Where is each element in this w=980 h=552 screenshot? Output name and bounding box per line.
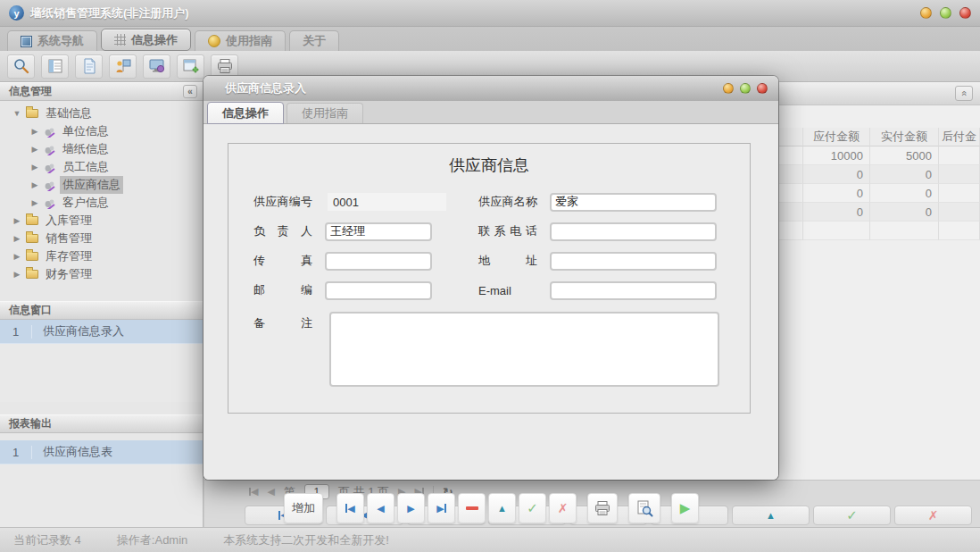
tab-info-operation[interactable]: 信息操作	[101, 29, 191, 51]
table-row[interactable]: 0 0	[778, 203, 980, 222]
app-logo-icon: y	[9, 5, 24, 21]
first-icon: ◀	[345, 503, 354, 514]
last-record-button[interactable]: ▶	[428, 493, 455, 523]
supplier-id-label: 供应商编号	[253, 194, 312, 210]
tree-item-finance-management[interactable]: ▶ 财务管理	[0, 265, 203, 283]
phone-input[interactable]	[550, 222, 717, 241]
list-item[interactable]: 1 供应商信息表	[0, 440, 203, 464]
tab-about[interactable]: 关于	[289, 30, 339, 51]
cross-icon: ✗	[928, 508, 939, 523]
page-prev-button[interactable]: ◀	[267, 486, 274, 498]
print-record-button[interactable]	[587, 493, 618, 523]
tab-system-navigation[interactable]: 系统导航	[7, 30, 97, 51]
folder-icon	[26, 270, 38, 279]
table-header-cell[interactable]: 后付金	[939, 128, 980, 146]
dialog-close-button[interactable]	[757, 83, 768, 94]
table-cell: 0	[803, 203, 870, 222]
next-icon: ▶	[407, 503, 414, 514]
close-button[interactable]	[959, 7, 971, 19]
tree-item-label: 员工信息	[60, 158, 112, 176]
form-view-button[interactable]	[41, 54, 69, 79]
add-button[interactable]: 增加	[284, 493, 323, 523]
record-save-button[interactable]: ✓	[813, 506, 891, 525]
email-input[interactable]	[550, 281, 717, 300]
zip-input[interactable]	[325, 281, 432, 300]
folder-icon	[26, 109, 38, 118]
chevron-right-icon[interactable]: ▶	[30, 198, 39, 207]
list-item[interactable]: 1 供应商信息录入	[0, 320, 203, 344]
table-cell	[939, 165, 980, 184]
supplier-name-input[interactable]	[550, 193, 717, 212]
address-input[interactable]	[550, 252, 717, 271]
tree-item-sales-management[interactable]: ▶ 销售管理	[0, 230, 203, 247]
save-record-button[interactable]: ✓	[519, 493, 546, 523]
new-window-button[interactable]	[177, 54, 204, 79]
cancel-record-button[interactable]: ✗	[549, 493, 577, 523]
minimize-button[interactable]	[920, 7, 932, 19]
panel-collapse-button[interactable]: «	[955, 86, 973, 101]
cross-icon: ✗	[558, 501, 569, 515]
chevron-right-icon[interactable]: ▶	[12, 234, 21, 243]
tab-user-guide[interactable]: 使用指南	[195, 30, 286, 51]
page-first-button[interactable]: ◀	[249, 486, 258, 498]
delete-record-button[interactable]	[458, 493, 486, 523]
table-header-cell[interactable]: 应付金额	[803, 128, 870, 146]
monitor-button[interactable]	[143, 54, 170, 79]
chevron-right-icon[interactable]: ▶	[12, 252, 21, 261]
info-window-list: 1 供应商信息录入	[0, 320, 203, 402]
prev-record-button[interactable]: ◀	[367, 493, 394, 523]
dialog-tab-info-operation[interactable]: 信息操作	[207, 102, 284, 124]
window-title: 墙纸销售管理系统(非注册用户)	[30, 5, 189, 21]
note-textarea[interactable]	[329, 312, 719, 387]
fax-input[interactable]	[325, 252, 432, 271]
minus-icon	[466, 506, 478, 510]
tree-item-employee-info[interactable]: ▶ 员工信息	[0, 158, 203, 176]
table-row[interactable]: 0 0	[778, 165, 980, 184]
record-edit-button[interactable]: ▲	[732, 506, 810, 525]
chevron-right-icon[interactable]: ▶	[30, 145, 39, 154]
operator-label: 操作者:Admin	[117, 532, 187, 548]
tree-item-base-info[interactable]: ▼ 基础信息	[0, 105, 203, 122]
manager-input[interactable]	[325, 222, 432, 241]
tree-item-inventory-management[interactable]: ▶ 库存管理	[0, 247, 203, 265]
print-button[interactable]	[211, 54, 238, 79]
tree-item-customer-info[interactable]: ▶ 客户信息	[0, 194, 203, 212]
dialog-maximize-button[interactable]	[740, 83, 751, 94]
document-button[interactable]	[75, 54, 103, 79]
print-preview-button[interactable]	[628, 493, 660, 523]
chevron-down-icon[interactable]: ▼	[12, 109, 21, 118]
edit-record-button[interactable]: ▲	[488, 493, 516, 523]
chevron-right-icon[interactable]: ▶	[30, 180, 39, 189]
triangle-up-icon: ▲	[497, 503, 507, 514]
employee-button[interactable]	[109, 54, 137, 79]
sidebar-section-title: 信息窗口	[9, 303, 52, 318]
table-header-cell[interactable]: 实付金额	[870, 128, 939, 146]
tool-icon	[44, 197, 55, 209]
sidebar-collapse-button[interactable]: «	[183, 85, 197, 98]
next-record-button[interactable]: ▶	[397, 493, 425, 523]
tree-item-wallpaper-info[interactable]: ▶ 墙纸信息	[0, 140, 203, 158]
document-icon	[80, 57, 98, 75]
add-button-label: 增加	[292, 500, 315, 516]
dialog-minimize-button[interactable]	[723, 83, 734, 94]
dialog-tab-user-guide[interactable]: 使用指南	[287, 103, 363, 123]
maximize-button[interactable]	[940, 7, 951, 19]
chevron-right-icon[interactable]: ▶	[12, 270, 21, 279]
first-record-button[interactable]: ◀	[336, 493, 364, 523]
search-button[interactable]	[7, 54, 35, 79]
table-row[interactable]: 0 0	[778, 184, 980, 203]
chevron-right-icon[interactable]: ▶	[30, 127, 39, 136]
table-cell	[939, 184, 980, 203]
record-cancel-button[interactable]: ✗	[894, 506, 972, 525]
tree-item-supplier-info[interactable]: ▶ 供应商信息	[0, 176, 203, 194]
list-item-number: 1	[0, 446, 32, 459]
new-window-icon	[182, 57, 200, 75]
table-row[interactable]: 10000 5000	[778, 146, 980, 165]
tree-item-inbound-management[interactable]: ▶ 入库管理	[0, 212, 203, 230]
chevron-right-icon[interactable]: ▶	[30, 163, 39, 171]
sphere-icon	[208, 35, 220, 47]
chevron-right-icon[interactable]: ▶	[12, 216, 21, 225]
run-report-button[interactable]: ▶	[671, 493, 699, 523]
tool-icon	[44, 126, 55, 138]
tree-item-unit-info[interactable]: ▶ 单位信息	[0, 122, 203, 140]
